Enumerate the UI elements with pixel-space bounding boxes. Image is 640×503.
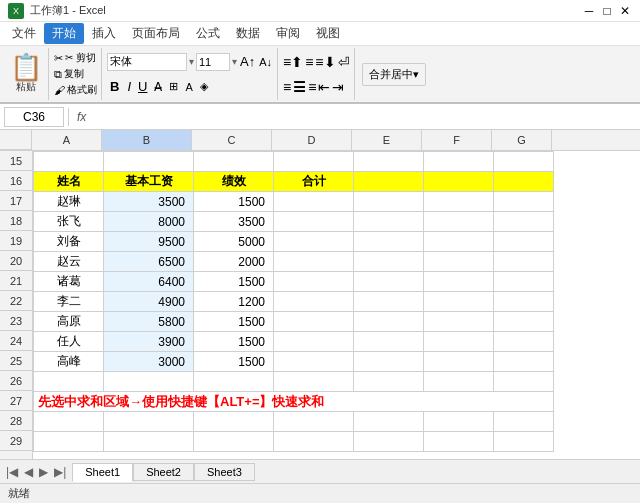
cell-e24[interactable] [354, 332, 424, 352]
cell-b15[interactable] [104, 152, 194, 172]
cell-f20[interactable] [424, 252, 494, 272]
border-btn[interactable]: ⊞ [167, 80, 180, 93]
cell-f25[interactable] [424, 352, 494, 372]
cell-c20[interactable]: 2000 [194, 252, 274, 272]
menu-item-数据[interactable]: 数据 [228, 23, 268, 44]
cell-f18[interactable] [424, 212, 494, 232]
cell-f22[interactable] [424, 292, 494, 312]
cell-c24[interactable]: 1500 [194, 332, 274, 352]
row-num-16[interactable]: 16 [0, 171, 32, 191]
cell-a29[interactable] [34, 432, 104, 452]
cell-e25[interactable] [354, 352, 424, 372]
sheet-tab-Sheet2[interactable]: Sheet2 [133, 463, 194, 481]
row-num-18[interactable]: 18 [0, 211, 32, 231]
formula-input[interactable] [94, 107, 636, 127]
cell-a16[interactable]: 姓名 [34, 172, 104, 192]
cell-e22[interactable] [354, 292, 424, 312]
row-num-15[interactable]: 15 [0, 151, 32, 171]
cell-c16[interactable]: 绩效 [194, 172, 274, 192]
cut-btn[interactable]: ✂✂ 剪切 [54, 51, 97, 65]
cell-d16[interactable]: 合计 [274, 172, 354, 192]
cell-b28[interactable] [104, 412, 194, 432]
italic-btn[interactable]: I [125, 79, 133, 94]
sheet-next-btn[interactable]: ▶ [37, 465, 50, 479]
format-paint-btn[interactable]: 🖌格式刷 [54, 83, 97, 97]
cell-e18[interactable] [354, 212, 424, 232]
row-num-22[interactable]: 22 [0, 291, 32, 311]
font-increase-btn[interactable]: A↑ [239, 54, 256, 69]
row-num-25[interactable]: 25 [0, 351, 32, 371]
menu-item-页面布局[interactable]: 页面布局 [124, 23, 188, 44]
cell-c26[interactable] [194, 372, 274, 392]
cell-f28[interactable] [424, 412, 494, 432]
cell-c19[interactable]: 5000 [194, 232, 274, 252]
cell-b20[interactable]: 6500 [104, 252, 194, 272]
cell-e28[interactable] [354, 412, 424, 432]
menu-item-视图[interactable]: 视图 [308, 23, 348, 44]
align-bottom-btn[interactable]: ≡⬇ [315, 54, 335, 70]
cell-e19[interactable] [354, 232, 424, 252]
row-num-26[interactable]: 26 [0, 371, 32, 391]
menu-item-开始[interactable]: 开始 [44, 23, 84, 44]
col-header-e[interactable]: E [352, 130, 422, 150]
col-header-d[interactable]: D [272, 130, 352, 150]
cell-b26[interactable] [104, 372, 194, 392]
underline-btn[interactable]: U [136, 79, 149, 94]
font-color-btn[interactable]: ◈ [198, 80, 210, 93]
cell-a19[interactable]: 刘备 [34, 232, 104, 252]
cell-c18[interactable]: 3500 [194, 212, 274, 232]
cell-d24[interactable] [274, 332, 354, 352]
close-btn[interactable]: ✕ [618, 4, 632, 18]
merge-btn[interactable]: 合并居中▾ [362, 63, 426, 86]
cell-g26[interactable] [494, 372, 554, 392]
menu-item-审阅[interactable]: 审阅 [268, 23, 308, 44]
cell-b19[interactable]: 9500 [104, 232, 194, 252]
cell-d20[interactable] [274, 252, 354, 272]
cell-c17[interactable]: 1500 [194, 192, 274, 212]
font-decrease-btn[interactable]: A↓ [258, 56, 273, 68]
maximize-btn[interactable]: □ [600, 4, 614, 18]
font-size-dropdown-icon[interactable]: ▾ [232, 56, 237, 67]
cell-g18[interactable] [494, 212, 554, 232]
col-header-b[interactable]: B [102, 130, 192, 150]
cell-e21[interactable] [354, 272, 424, 292]
cell-f17[interactable] [424, 192, 494, 212]
cell-g28[interactable] [494, 412, 554, 432]
strikethrough-btn[interactable]: A̶ [152, 80, 164, 94]
cell-e16[interactable] [354, 172, 424, 192]
cell-e17[interactable] [354, 192, 424, 212]
cell-b23[interactable]: 5800 [104, 312, 194, 332]
cell-a27[interactable]: 先选中求和区域→使用快捷键【ALT+=】快速求和 [34, 392, 554, 412]
cell-d26[interactable] [274, 372, 354, 392]
copy-btn[interactable]: ⧉复制 [54, 67, 97, 81]
cell-g15[interactable] [494, 152, 554, 172]
col-header-g[interactable]: G [492, 130, 552, 150]
cell-d28[interactable] [274, 412, 354, 432]
cell-f16[interactable] [424, 172, 494, 192]
cell-g24[interactable] [494, 332, 554, 352]
cell-g19[interactable] [494, 232, 554, 252]
cell-a15[interactable] [34, 152, 104, 172]
cell-d18[interactable] [274, 212, 354, 232]
align-top-btn[interactable]: ≡⬆ [283, 54, 303, 70]
cell-a25[interactable]: 高峰 [34, 352, 104, 372]
cell-c25[interactable]: 1500 [194, 352, 274, 372]
cell-f26[interactable] [424, 372, 494, 392]
paste-btn[interactable]: 📋 [10, 54, 42, 80]
sheet-prev-btn[interactable]: ◀ [22, 465, 35, 479]
cell-d15[interactable] [274, 152, 354, 172]
font-size-input[interactable] [196, 53, 230, 71]
sheet-last-btn[interactable]: ▶| [52, 465, 68, 479]
cell-b17[interactable]: 3500 [104, 192, 194, 212]
row-num-28[interactable]: 28 [0, 411, 32, 431]
cell-c15[interactable] [194, 152, 274, 172]
cell-a17[interactable]: 赵琳 [34, 192, 104, 212]
cell-a18[interactable]: 张飞 [34, 212, 104, 232]
font-name-input[interactable] [107, 53, 187, 71]
sheet-first-btn[interactable]: |◀ [4, 465, 20, 479]
cell-reference-box[interactable]: C36 [4, 107, 64, 127]
cell-a20[interactable]: 赵云 [34, 252, 104, 272]
sheet-tab-Sheet1[interactable]: Sheet1 [72, 463, 133, 482]
row-num-29[interactable]: 29 [0, 431, 32, 451]
cell-a22[interactable]: 李二 [34, 292, 104, 312]
